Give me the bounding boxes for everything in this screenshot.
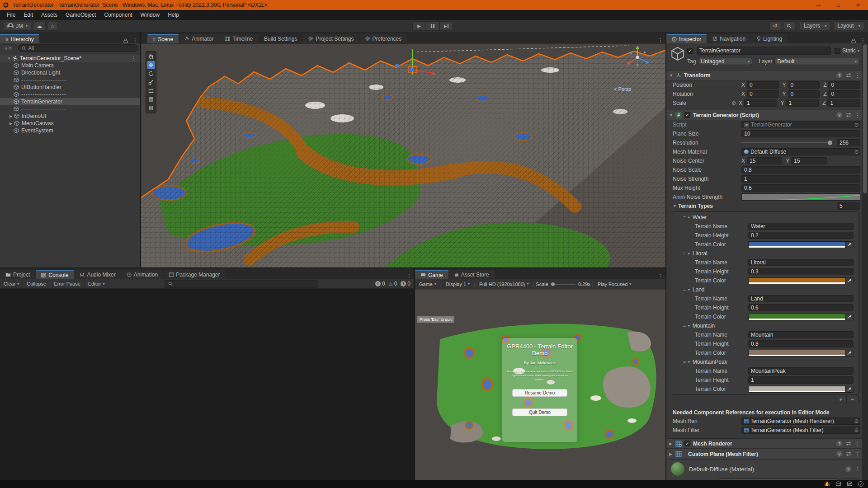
play-focused-dropdown[interactable]: Play Focused▾ [595, 279, 634, 289]
foldout-open-icon[interactable]: ▼ [687, 360, 693, 364]
noise-scale-field[interactable]: 0.8 [741, 166, 860, 174]
resolution-slider[interactable] [741, 142, 832, 143]
max-height-field[interactable]: 0.6 [741, 184, 860, 192]
noise-center-y-field[interactable]: 15 [791, 157, 826, 164]
foldout-open-icon[interactable]: ▼ [687, 216, 693, 220]
terrain-type-mountainpeak-header[interactable]: = ▼ MountainPeak [673, 357, 858, 366]
tab-build-settings[interactable]: Build Settings [259, 34, 302, 43]
kebab-menu-icon[interactable]: ⋮ [656, 273, 665, 279]
rotate-tool-button[interactable] [147, 70, 155, 78]
terrain-height-field[interactable]: 1 [748, 376, 854, 384]
noise-center-x-field[interactable]: 15 [747, 157, 782, 164]
tab-preferences[interactable]: Preferences [360, 34, 407, 43]
hierarchy-scene-row[interactable]: ▼ TerrainGenerator_Scene* ⋮ [0, 55, 140, 62]
pause-button[interactable] [426, 21, 439, 31]
terrain-name-field[interactable]: MountainPeak [748, 367, 854, 375]
resolution-field[interactable]: 256 [837, 139, 860, 146]
eyedropper-icon[interactable] [845, 314, 853, 320]
presets-icon[interactable] [846, 73, 851, 78]
tab-asset-store[interactable]: Asset Store [449, 270, 495, 279]
lock-icon[interactable] [121, 38, 130, 43]
help-icon[interactable]: ? [845, 466, 851, 472]
gameobject-name-field[interactable]: TerrainGenerator [697, 47, 831, 55]
kebab-menu-icon[interactable]: ⋮ [131, 55, 140, 61]
eyedropper-icon[interactable] [845, 242, 853, 248]
terrain-types-foldout-row[interactable]: ▼ Terrain Types 5 [666, 202, 863, 211]
foldout-open-icon[interactable]: ▼ [687, 288, 693, 292]
terrain-type-litoral-header[interactable]: = ▼ Litoral [673, 249, 858, 258]
search-button[interactable] [783, 21, 795, 30]
game-viewport[interactable]: ; Press 'Esc' to quit GPR4400 - Terrain … [415, 290, 665, 481]
transform-tool-button[interactable] [147, 95, 155, 103]
lock-icon[interactable] [849, 38, 858, 43]
add-gameobject-button[interactable]: + ▾ [2, 44, 14, 52]
cloud-button[interactable]: ☁ [33, 22, 46, 31]
terrain-height-field[interactable]: 0.2 [748, 232, 854, 239]
cache-server-disabled-icon[interactable] [847, 481, 853, 487]
scene-viewport[interactable]: < Persp [141, 44, 665, 267]
kebab-menu-icon[interactable]: ⋮ [656, 37, 665, 43]
help-icon[interactable]: ? [836, 441, 842, 446]
terrain-type-land-header[interactable]: = ▼ Land [673, 285, 858, 294]
object-picker-icon[interactable]: ⊙ [853, 427, 860, 433]
custom-tool-button[interactable] [147, 104, 155, 112]
transform-header[interactable]: ▼ Transform ? ⋮ [666, 70, 863, 80]
drag-handle-icon[interactable]: = [683, 360, 686, 365]
tag-dropdown[interactable]: Untagged▾ [698, 58, 752, 65]
mesh-renderer-header[interactable]: ▶ ✓ Mesh Renderer ? ⋮ [666, 438, 863, 449]
kebab-menu-icon[interactable]: ⋮ [855, 466, 860, 472]
help-icon[interactable]: ? [836, 72, 842, 78]
tab-animator[interactable]: Animator [179, 34, 219, 43]
terrain-types-size-field[interactable]: 5 [837, 202, 860, 210]
terrain-name-field[interactable]: Mountain [748, 331, 854, 338]
tab-animation[interactable]: Animation [122, 270, 163, 279]
console-search-input[interactable] [165, 280, 318, 288]
drag-handle-icon[interactable]: = [683, 324, 686, 328]
terrain-name-field[interactable]: Litoral [748, 259, 854, 266]
menu-window[interactable]: Window [136, 10, 164, 20]
debugger-bug-icon[interactable] [824, 481, 830, 487]
kebab-menu-icon[interactable]: ⋮ [404, 273, 414, 279]
foldout-open-icon[interactable]: ▼ [673, 204, 678, 208]
scale-y-field[interactable]: 1 [786, 99, 819, 107]
scale-tool-button[interactable] [147, 78, 155, 86]
hierarchy-item-indemoui[interactable]: ▶InDemoUI [0, 113, 140, 120]
terrain-height-field[interactable]: 0.6 [748, 304, 854, 311]
progress-check-icon[interactable]: ✓ [858, 481, 863, 487]
mesh-filter-field[interactable]: TerrainGenerator (Mesh Filter) ⊙ [741, 427, 860, 434]
game-display-mode-dropdown[interactable]: Game▾ [417, 279, 439, 289]
tab-hierarchy[interactable]: ≡ Hierarchy [0, 34, 39, 43]
remove-element-button[interactable]: − [847, 396, 859, 403]
console-log-area[interactable] [0, 289, 414, 481]
scale-slider[interactable] [551, 284, 576, 285]
scale-z-field[interactable]: 1 [827, 99, 860, 107]
kebab-menu-icon[interactable]: ⋮ [130, 37, 140, 43]
rotation-y-field[interactable]: 0 [788, 90, 820, 98]
position-z-field[interactable]: 0 [828, 81, 860, 89]
inspector-scrollbar[interactable] [862, 43, 868, 480]
layer-dropdown[interactable]: Default▾ [774, 58, 859, 65]
tab-project[interactable]: Project [0, 270, 35, 279]
add-element-button[interactable]: + [835, 396, 847, 403]
uniform-scale-link-icon[interactable]: ⊘ [731, 100, 736, 106]
tab-inspector[interactable]: Inspector [666, 34, 707, 43]
rotation-z-field[interactable]: 0 [828, 90, 860, 98]
foldout-open-icon[interactable]: ▼ [669, 113, 675, 117]
info-count-badge[interactable]: !0 [375, 281, 385, 287]
terrain-color-swatch[interactable] [748, 386, 854, 393]
terrain-type-water-header[interactable]: = ▼ Water [673, 213, 858, 222]
eyedropper-icon[interactable] [845, 350, 853, 356]
kebab-menu-icon[interactable]: ⋮ [855, 441, 860, 447]
quit-demo-button[interactable]: Quit Demo [512, 408, 567, 416]
anim-curve-field[interactable] [741, 193, 860, 201]
static-checkbox[interactable] [835, 48, 840, 54]
clear-button[interactable]: Clear▾ [0, 279, 23, 289]
foldout-closed-icon[interactable]: ▶ [8, 122, 14, 126]
layers-dropdown[interactable]: Layers▾ [800, 21, 831, 30]
mesh-material-field[interactable]: Default-Diffuse ⊙ [741, 148, 860, 155]
kebab-menu-icon[interactable]: ⋮ [855, 72, 860, 79]
hierarchy-item-separator[interactable]: -------------------- [0, 91, 140, 98]
kebab-menu-icon[interactable]: ⋮ [855, 451, 860, 457]
tab-audio-mixer[interactable]: Audio Mixer [74, 270, 121, 279]
plane-size-field[interactable]: 10 [741, 130, 860, 137]
